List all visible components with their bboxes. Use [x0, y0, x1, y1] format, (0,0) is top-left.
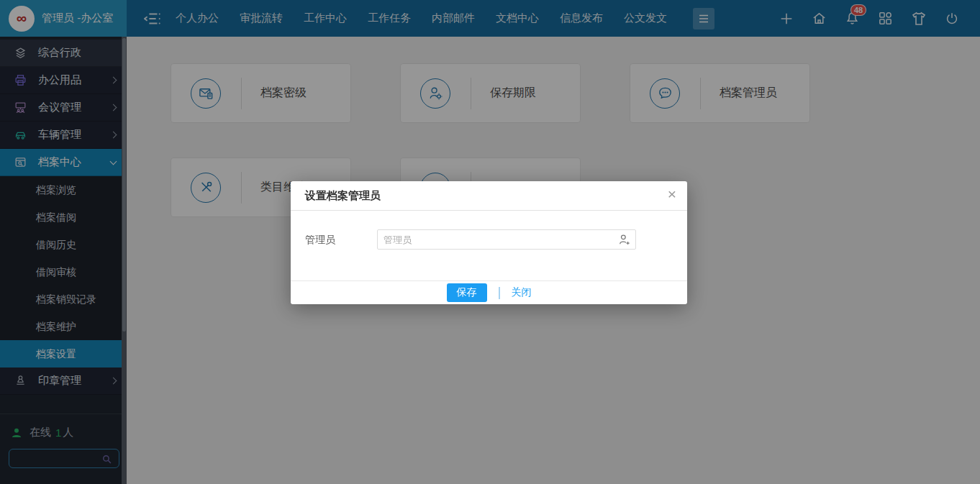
person-add-icon[interactable]	[617, 232, 632, 247]
dialog-header: 设置档案管理员 ×	[291, 181, 687, 211]
admin-input[interactable]	[377, 229, 636, 250]
dialog-footer: 保存 关闭	[291, 280, 687, 304]
admin-input-wrap	[377, 229, 636, 280]
close-link[interactable]: 关闭	[512, 286, 532, 299]
dialog-title: 设置档案管理员	[305, 189, 381, 203]
save-button[interactable]: 保存	[447, 283, 487, 302]
close-icon[interactable]: ×	[668, 186, 676, 201]
set-archive-admin-dialog: 设置档案管理员 × 管理员 保存 关闭	[291, 181, 687, 304]
dialog-body: 管理员	[291, 211, 687, 280]
admin-field-label: 管理员	[305, 229, 377, 280]
footer-divider	[499, 287, 500, 299]
